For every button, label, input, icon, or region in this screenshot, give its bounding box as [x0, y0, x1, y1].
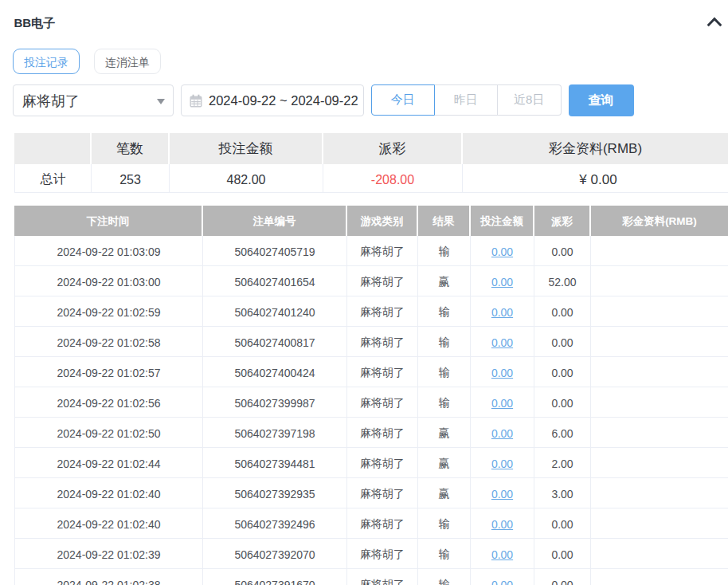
cell-bonus [591, 296, 728, 327]
collapse-button[interactable] [706, 16, 722, 27]
summary-bonus: ¥ 0.00 [463, 164, 728, 193]
chevron-up-icon [706, 16, 722, 27]
cell-bonus [591, 327, 728, 357]
quick-btn-last8days[interactable]: 近8日 [498, 84, 562, 116]
cell-payout: 0.00 [534, 508, 591, 539]
bet-amount-link[interactable]: 0.00 [491, 367, 513, 379]
records-header-result: 结果 [418, 206, 471, 236]
bet-amount-link[interactable]: 0.00 [491, 518, 513, 531]
cell-game-type: 麻将胡了 [347, 539, 418, 569]
cell-bet-amount: 0.00 [471, 569, 534, 585]
date-range-input[interactable]: 2024-09-22 ~ 2024-09-22 [181, 84, 364, 116]
cell-game-type: 麻将胡了 [347, 478, 418, 508]
quick-btn-yesterday[interactable]: 昨日 [435, 84, 499, 116]
cell-bet-time: 2024-09-22 01:02:39 [14, 539, 203, 569]
cell-result: 输 [418, 327, 471, 357]
cell-payout: 0.00 [534, 296, 591, 327]
tab-bar: 投注记录 连消注单 [13, 49, 161, 74]
cell-bet-amount: 0.00 [471, 236, 534, 266]
cell-bet-time: 2024-09-22 01:02:38 [14, 569, 203, 585]
calendar-icon [190, 94, 202, 108]
record-row: 2024-09-22 01:02:44 5064027394481 麻将胡了 赢… [14, 448, 728, 478]
search-button[interactable]: 查询 [569, 84, 634, 116]
cell-bet-amount: 0.00 [471, 387, 534, 418]
cell-payout: 0.00 [534, 387, 591, 418]
cell-bet-time: 2024-09-22 01:02:40 [14, 508, 203, 539]
cell-bonus [591, 418, 728, 448]
cell-slip-number: 5064027399987 [203, 387, 347, 418]
cell-result: 输 [418, 236, 471, 266]
record-row: 2024-09-22 01:02:50 5064027397198 麻将胡了 赢… [14, 418, 728, 448]
records-table: 下注时间 注单编号 游戏类别 结果 投注金额 派彩 彩金资料(RMB) 2024… [14, 206, 728, 585]
bet-amount-link[interactable]: 0.00 [491, 397, 513, 410]
record-row: 2024-09-22 01:02:57 5064027400424 麻将胡了 输… [14, 357, 728, 387]
cell-result: 输 [418, 296, 471, 327]
summary-payout: -208.00 [323, 164, 463, 193]
bet-amount-link[interactable]: 0.00 [491, 457, 513, 470]
summary-bet-amount: 482.00 [170, 164, 323, 193]
quick-date-group: 今日 昨日 近8日 [371, 84, 562, 116]
summary-header-bet-amount: 投注金额 [170, 133, 323, 164]
tab-bet-records[interactable]: 投注记录 [13, 49, 80, 74]
cell-result: 赢 [418, 448, 471, 478]
quick-btn-today[interactable]: 今日 [371, 84, 435, 116]
records-header-game-type: 游戏类别 [347, 206, 418, 236]
cell-bet-time: 2024-09-22 01:02:57 [14, 357, 203, 387]
cell-bonus [591, 539, 728, 569]
cell-bonus [591, 569, 728, 585]
record-row: 2024-09-22 01:03:09 5064027405719 麻将胡了 输… [14, 236, 728, 266]
records-header-bet-time: 下注时间 [14, 206, 203, 236]
cell-payout: 52.00 [534, 266, 591, 296]
cell-result: 输 [418, 357, 471, 387]
cell-payout: 0.00 [534, 569, 591, 585]
cell-game-type: 麻将胡了 [347, 357, 418, 387]
game-select[interactable]: 麻将胡了 [13, 84, 174, 116]
cell-bet-time: 2024-09-22 01:02:58 [14, 327, 203, 357]
cell-bet-amount: 0.00 [471, 539, 534, 569]
cell-slip-number: 5064027400424 [203, 357, 347, 387]
bet-amount-link[interactable]: 0.00 [491, 306, 513, 319]
cell-bet-amount: 0.00 [471, 327, 534, 357]
bet-amount-link[interactable]: 0.00 [491, 245, 513, 258]
cell-slip-number: 5064027392496 [203, 508, 347, 539]
bet-amount-link[interactable]: 0.00 [491, 548, 513, 561]
records-header-bonus: 彩金资料(RMB) [591, 206, 728, 236]
cell-result: 赢 [418, 418, 471, 448]
cell-result: 输 [418, 569, 471, 585]
cell-bet-amount: 0.00 [471, 448, 534, 478]
bet-amount-link[interactable]: 0.00 [491, 276, 513, 289]
record-row: 2024-09-22 01:02:40 5064027392496 麻将胡了 输… [14, 508, 728, 539]
cell-payout: 0.00 [534, 357, 591, 387]
cell-bet-amount: 0.00 [471, 266, 534, 296]
cell-bet-time: 2024-09-22 01:03:09 [14, 236, 203, 266]
cell-slip-number: 5064027400817 [203, 327, 347, 357]
cell-result: 赢 [418, 266, 471, 296]
bet-amount-link[interactable]: 0.00 [491, 336, 513, 349]
cell-bonus [591, 387, 728, 418]
cell-game-type: 麻将胡了 [347, 327, 418, 357]
date-range-value: 2024-09-22 ~ 2024-09-22 [209, 93, 358, 108]
cell-game-type: 麻将胡了 [347, 387, 418, 418]
summary-header-count: 笔数 [92, 133, 170, 164]
cell-game-type: 麻将胡了 [347, 266, 418, 296]
bet-amount-link[interactable]: 0.00 [491, 579, 513, 585]
cell-bet-time: 2024-09-22 01:02:50 [14, 418, 203, 448]
record-row: 2024-09-22 01:02:59 5064027401240 麻将胡了 输… [14, 296, 728, 327]
cell-slip-number: 5064027405719 [203, 236, 347, 266]
cell-payout: 0.00 [534, 236, 591, 266]
bet-amount-link[interactable]: 0.00 [491, 488, 513, 501]
cell-bet-time: 2024-09-22 01:02:56 [14, 387, 203, 418]
tab-cancelled-slips[interactable]: 连消注单 [94, 49, 161, 74]
cell-game-type: 麻将胡了 [347, 508, 418, 539]
caret-down-icon [157, 99, 165, 104]
cell-result: 输 [418, 387, 471, 418]
cell-bonus [591, 266, 728, 296]
cell-result: 赢 [418, 478, 471, 508]
bet-amount-link[interactable]: 0.00 [491, 427, 513, 440]
record-row: 2024-09-22 01:02:58 5064027400817 麻将胡了 输… [14, 327, 728, 357]
cell-payout: 6.00 [534, 418, 591, 448]
record-row: 2024-09-22 01:02:38 5064027391670 麻将胡了 输… [14, 569, 728, 585]
record-row: 2024-09-22 01:03:00 5064027401654 麻将胡了 赢… [14, 266, 728, 296]
cell-bonus [591, 448, 728, 478]
cell-bonus [591, 508, 728, 539]
